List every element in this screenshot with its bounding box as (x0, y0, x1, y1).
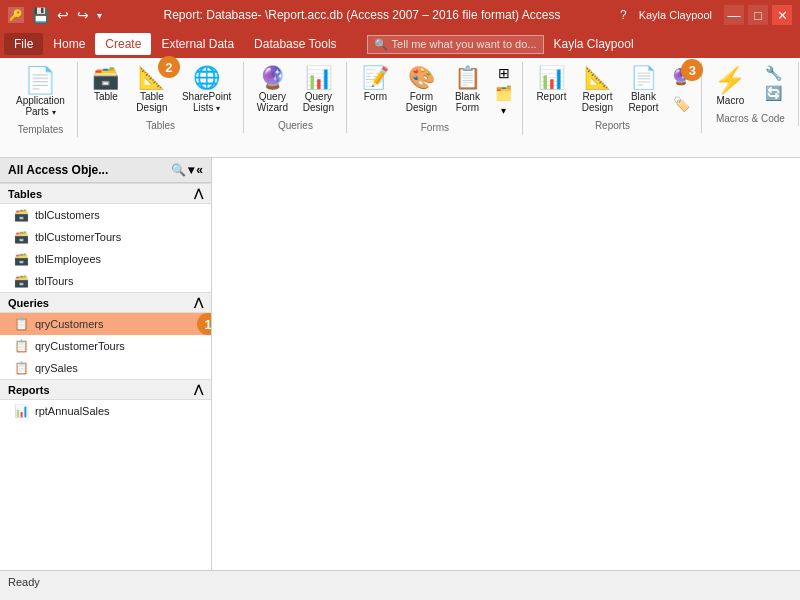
reports-group-label: Reports (595, 118, 630, 133)
reports-items: 📊 Report 📐 ReportDesign 📄 BlankReport 3 … (529, 64, 695, 116)
queries-section-collapse[interactable]: ⋀ (194, 296, 203, 309)
menu-bar: File Home Create External Data Database … (0, 30, 800, 58)
ribbon-group-tables: 🗃️ Table 2 📐 TableDesign 🌐 SharePointLis… (78, 62, 244, 133)
query-wizard-btn[interactable]: 🔮 QueryWizard (250, 64, 294, 116)
search-text[interactable]: Tell me what you want to do... (392, 38, 537, 50)
menu-database-tools[interactable]: Database Tools (244, 33, 347, 55)
app-parts-btn[interactable]: 📄 ApplicationParts ▾ (10, 64, 71, 120)
blank-form-btn[interactable]: 📋 BlankForm (445, 64, 489, 116)
query-design-label: QueryDesign (303, 91, 334, 113)
qryCustomers-label: qryCustomers (35, 318, 103, 330)
minimize-btn[interactable]: — (724, 5, 744, 25)
query-wizard-icon: 🔮 (259, 67, 286, 89)
sidebar-item-tblCustomerTours[interactable]: 🗃️ tblCustomerTours (0, 226, 211, 248)
blank-form-label: BlankForm (455, 91, 480, 113)
content-area (212, 158, 800, 570)
redo-quick-btn[interactable]: ↪ (75, 5, 91, 25)
ribbon-group-macros: ⚡ Macro 🔧 🔄 Macros & Code (702, 62, 799, 126)
form-label: Form (364, 91, 387, 102)
menu-external-data[interactable]: External Data (151, 33, 244, 55)
sidebar-item-rptAnnualSales[interactable]: 📊 rptAnnualSales (0, 400, 211, 422)
report-btn[interactable]: 📊 Report (529, 64, 573, 105)
templates-group-label: Templates (18, 122, 64, 137)
nav-forms-btn[interactable]: 🗂️ (491, 84, 516, 102)
maximize-btn[interactable]: □ (748, 5, 768, 25)
tblTours-label: tblTours (35, 275, 74, 287)
code-btns: 🔧 🔄 (754, 64, 792, 102)
sidebar-item-tblEmployees[interactable]: 🗃️ tblEmployees (0, 248, 211, 270)
table-icon-tblCustomerTours: 🗃️ (14, 230, 29, 244)
title-bar-left: 🔑 💾 ↩ ↪ ▾ (8, 5, 104, 25)
sharepoint-lists-btn[interactable]: 🌐 SharePointLists ▾ (176, 64, 237, 116)
form-design-btn[interactable]: 🎨 FormDesign (399, 64, 443, 116)
sidebar-collapse-icon[interactable]: « (196, 163, 203, 177)
forms-items: 📝 Form 🎨 FormDesign 📋 BlankForm ⊞ 🗂 (353, 64, 516, 118)
labels-btn[interactable]: 🏷️ (667, 95, 695, 113)
app-parts-icon: 📄 (24, 67, 56, 93)
rptAnnualSales-label: rptAnnualSales (35, 405, 110, 417)
sidebar: All Access Obje... 🔍 ▾ « Tables ⋀ 🗃️ tbl… (0, 158, 212, 570)
report-icon: 📊 (538, 67, 565, 89)
form-btn[interactable]: 📝 Form (353, 64, 397, 105)
tblEmployees-label: tblEmployees (35, 253, 101, 265)
report-wizard-btn[interactable]: 3 🔮 (667, 67, 695, 87)
convert-btn[interactable]: 🔄 (754, 84, 792, 102)
form-design-icon: 🎨 (408, 67, 435, 89)
sidebar-menu-icon[interactable]: ▾ (188, 163, 194, 177)
qrySales-label: qrySales (35, 362, 78, 374)
query-wizard-label: QueryWizard (257, 91, 288, 113)
help-btn[interactable]: ? (620, 8, 627, 22)
blank-report-label: BlankReport (628, 91, 658, 113)
more-forms-btn[interactable]: ⊞ (491, 64, 516, 82)
vba-btn[interactable]: 🔧 (754, 64, 792, 82)
menu-create[interactable]: Create (95, 33, 151, 55)
sidebar-item-tblTours[interactable]: 🗃️ tblTours (0, 270, 211, 292)
labels-icon: 🏷️ (673, 97, 690, 111)
tables-items: 🗃️ Table 2 📐 TableDesign 🌐 SharePointLis… (84, 64, 237, 116)
macro-label: Macro (717, 95, 745, 106)
macro-icon: ⚡ (714, 67, 746, 93)
menu-search-box[interactable]: 🔍 Tell me what you want to do... (367, 35, 544, 54)
annotation-badge-1: 1 (197, 313, 212, 335)
menu-home[interactable]: Home (43, 33, 95, 55)
vba-icon: 🔧 (765, 66, 782, 80)
report-design-btn[interactable]: 📐 ReportDesign (575, 64, 619, 116)
table-btn[interactable]: 🗃️ Table (84, 64, 128, 105)
sidebar-item-qryCustomerTours[interactable]: 📋 qryCustomerTours (0, 335, 211, 357)
undo-quick-btn[interactable]: ↩ (55, 5, 71, 25)
sidebar-search-icon[interactable]: 🔍 (171, 163, 186, 177)
query-design-btn[interactable]: 📊 QueryDesign (296, 64, 340, 116)
table-design-btn[interactable]: 2 📐 TableDesign (130, 64, 174, 116)
query-design-icon: 📊 (305, 67, 332, 89)
reports-section-collapse[interactable]: ⋀ (194, 383, 203, 396)
close-btn[interactable]: ✕ (772, 5, 792, 25)
reports-section-label: Reports (8, 384, 50, 396)
window-title: Report: Database- \Report.acc.db (Access… (104, 8, 620, 22)
save-quick-btn[interactable]: 💾 (30, 5, 51, 25)
sidebar-title: All Access Obje... (8, 163, 108, 177)
ribbon-group-templates: 📄 ApplicationParts ▾ Templates (4, 62, 78, 137)
menu-file[interactable]: File (4, 33, 43, 55)
qryCustomerTours-label: qryCustomerTours (35, 340, 125, 352)
sidebar-item-qryCustomers[interactable]: 1 📋 qryCustomers (0, 313, 211, 335)
tblCustomers-label: tblCustomers (35, 209, 100, 221)
report-design-icon: 📐 (584, 67, 611, 89)
sidebar-section-tables: Tables ⋀ (0, 183, 211, 204)
sidebar-item-qrySales[interactable]: 📋 qrySales (0, 357, 211, 379)
app-parts-label: ApplicationParts ▾ (16, 95, 65, 117)
sidebar-section-queries: Queries ⋀ (0, 292, 211, 313)
more-quick-btn[interactable]: ▾ (95, 8, 104, 23)
main-area: All Access Obje... 🔍 ▾ « Tables ⋀ 🗃️ tbl… (0, 158, 800, 570)
form-design-label: FormDesign (406, 91, 437, 113)
sharepoint-label: SharePointLists ▾ (182, 91, 231, 113)
report-wizard-icon: 🔮 (671, 69, 691, 85)
blank-report-btn[interactable]: 📄 BlankReport (621, 64, 665, 116)
title-bar: 🔑 💾 ↩ ↪ ▾ Report: Database- \Report.acc.… (0, 0, 800, 30)
macro-btn[interactable]: ⚡ Macro (708, 64, 752, 109)
sidebar-item-tblCustomers[interactable]: 🗃️ tblCustomers (0, 204, 211, 226)
search-icon: 🔍 (374, 38, 388, 51)
modal-forms-btn[interactable]: ▾ (491, 104, 516, 118)
query-icon-qryCustomers: 📋 (14, 317, 29, 331)
tables-section-collapse[interactable]: ⋀ (194, 187, 203, 200)
macros-group-label: Macros & Code (716, 111, 785, 126)
